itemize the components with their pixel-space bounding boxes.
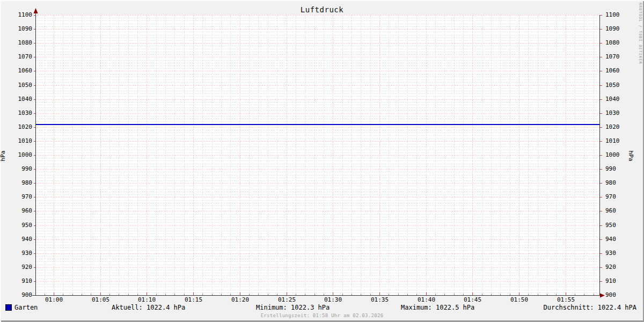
y-tick-label: 1020 <box>605 124 632 130</box>
y-tick-label: 1060 <box>605 68 632 74</box>
x-axis-arrow <box>600 294 605 298</box>
y-tick-label: 970 <box>5 194 32 200</box>
x-tick-label: 01:25 <box>275 297 299 303</box>
y-tick-label: 940 <box>5 236 32 243</box>
y-tick-label: 960 <box>605 208 632 214</box>
y-tick-label: 980 <box>5 180 32 186</box>
y-tick-label: 1010 <box>605 138 632 144</box>
y-tick-label: 910 <box>5 278 32 284</box>
y-tick-label: 1040 <box>5 96 32 103</box>
y-axis-arrow <box>34 8 38 13</box>
x-tick-label: 01:55 <box>554 297 579 303</box>
y-tick-label: 1090 <box>5 26 32 32</box>
x-tick-label: 01:30 <box>321 297 346 303</box>
y-tick-label: 1050 <box>5 82 32 89</box>
x-tick-label: 01:20 <box>228 297 253 303</box>
y-tick-label: 950 <box>5 222 32 229</box>
stat-aktuell: Aktuell: 1022.4 hPa <box>112 304 185 311</box>
y-tick-label: 1090 <box>605 26 632 32</box>
y-tick-label: 1020 <box>5 124 32 130</box>
y-tick-label: 990 <box>605 166 632 172</box>
x-tick-label: 01:10 <box>135 297 159 303</box>
y-tick-label: 990 <box>5 166 32 172</box>
y-tick-label: 1010 <box>5 138 32 144</box>
y-tick-label: 920 <box>5 264 32 270</box>
y-tick-label: 970 <box>605 194 632 200</box>
y-tick-label: 900 <box>5 292 32 298</box>
y-tick-label: 1100 <box>5 12 32 18</box>
y-tick-label: 1100 <box>605 12 632 18</box>
y-tick-label: 1030 <box>5 110 32 116</box>
chart-plot-area <box>0 0 644 322</box>
x-tick-label: 01:40 <box>414 297 439 303</box>
x-tick-label: 01:35 <box>368 297 392 303</box>
stat-maximum: Maximum: 1022.5 hPa <box>401 304 474 311</box>
y-tick-label: 1050 <box>605 82 632 89</box>
rrdtool-graph: Luftdruck hPa hPa RRDTOOL / TOBI OETIKER… <box>0 0 644 322</box>
y-tick-label: 950 <box>605 222 632 229</box>
y-tick-label: 960 <box>5 208 32 214</box>
stat-durchschnitt: Durchschnitt: 1022.4 hPA <box>544 304 636 311</box>
x-tick-label: 01:45 <box>460 297 485 303</box>
y-tick-label: 930 <box>605 250 632 257</box>
x-tick-label: 01:50 <box>507 297 532 303</box>
y-tick-label: 1070 <box>5 54 32 60</box>
y-tick-label: 980 <box>605 180 632 186</box>
y-tick-label: 930 <box>5 250 32 257</box>
y-tick-label: 940 <box>605 236 632 243</box>
x-tick-label: 01:00 <box>42 297 67 303</box>
stat-minimum: Minimum: 1022.3 hPa <box>256 304 330 311</box>
y-tick-label: 1000 <box>605 152 632 158</box>
y-tick-label: 1080 <box>605 40 632 46</box>
y-tick-label: 1030 <box>605 110 632 116</box>
y-tick-label: 1000 <box>5 152 32 158</box>
creation-timestamp: Erstellungszeit: 01:58 Uhr am 02.03.2026 <box>0 313 644 318</box>
legend-swatch-garten <box>5 304 12 311</box>
y-tick-label: 1080 <box>5 40 32 46</box>
legend-series-label: Garten <box>14 304 38 311</box>
y-tick-label: 910 <box>605 278 632 284</box>
y-tick-label: 900 <box>605 292 632 298</box>
x-tick-label: 01:05 <box>89 297 113 303</box>
y-tick-label: 1040 <box>605 96 632 103</box>
y-tick-label: 1060 <box>5 68 32 74</box>
x-tick-label: 01:15 <box>181 297 206 303</box>
y-tick-label: 920 <box>605 264 632 270</box>
y-tick-label: 1070 <box>605 54 632 60</box>
legend-row: Garten Aktuell: 1022.4 hPa Minimum: 1022… <box>0 304 644 312</box>
